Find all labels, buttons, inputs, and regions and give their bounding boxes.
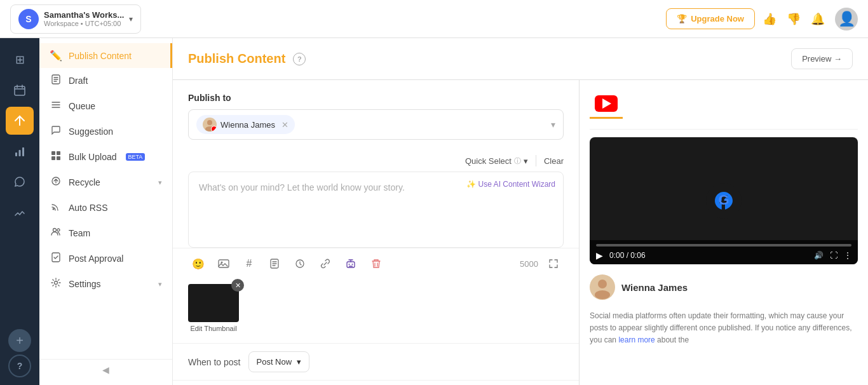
delete-button[interactable] (366, 253, 386, 274)
sidebar-icon-analytics[interactable] (6, 137, 34, 165)
rss-icon (50, 201, 62, 214)
sidebar-icon-calendar[interactable] (6, 76, 34, 104)
volume-icon[interactable]: 🔊 (814, 251, 824, 260)
nav-label-recycle: Recycle (69, 177, 100, 187)
emoji-button[interactable]: 🙂 (188, 253, 208, 274)
text-area-section: What's on your mind? Let the world know … (173, 172, 579, 248)
account-chip: Wienna James ✕ (196, 115, 295, 134)
sidebar-icon-dashboard[interactable]: ⊞ (6, 46, 34, 74)
user-avatar[interactable]: 👤 (835, 8, 858, 30)
chip-remove-icon[interactable]: ✕ (281, 120, 288, 130)
svg-point-21 (349, 264, 350, 265)
nav-item-settings[interactable]: Settings ▾ (39, 271, 172, 297)
workspace-selector[interactable]: S Samantha's Works... Workspace • UTC+05… (10, 4, 141, 34)
link-button[interactable] (315, 253, 336, 274)
workspace-name: Samantha's Works... (44, 10, 124, 20)
thumbnail-section: ✕ Edit Thumbnail (173, 279, 579, 343)
nav-item-publish-content[interactable]: ✏️ Publish Content (39, 43, 172, 68)
clock-button[interactable] (290, 253, 310, 274)
sidebar-help-button[interactable]: ? (8, 355, 31, 377)
quick-select-info-icon: ⓘ (514, 156, 521, 166)
svg-point-11 (57, 229, 60, 231)
preview-label: Preview → (802, 54, 842, 64)
nav-item-suggestion[interactable]: Suggestion (39, 119, 172, 144)
clear-button[interactable]: Clear (544, 156, 564, 166)
nav-item-queue[interactable]: Queue (39, 93, 172, 119)
editor-toolbar: 🙂 # (173, 248, 579, 279)
play-button[interactable]: ▶ (596, 250, 603, 260)
edit-thumbnail-button[interactable]: Edit Thumbnail (188, 325, 239, 332)
svg-rect-12 (52, 253, 60, 262)
nav-label-queue: Queue (69, 101, 95, 111)
youtube-tab[interactable] (590, 90, 623, 119)
nav-label-auto-rss: Auto RSS (69, 203, 107, 213)
sidebar-add-button[interactable]: + (8, 329, 31, 352)
upgrade-button[interactable]: 🏆 Upgrade Now (666, 8, 755, 29)
learn-more-link[interactable]: learn more (618, 335, 654, 344)
nav-label-bulk-upload: Bulk Upload (69, 152, 117, 162)
hashtag-button[interactable]: # (239, 253, 259, 274)
document-button[interactable] (264, 253, 285, 274)
svg-point-26 (598, 280, 607, 288)
quick-select-button[interactable]: Quick Select ⓘ ▾ (465, 156, 528, 166)
image-button[interactable] (214, 253, 234, 274)
content-area: Publish Content ? Preview → Publish to (173, 38, 868, 385)
svg-rect-8 (57, 156, 60, 160)
post-now-option: Post Now (257, 357, 292, 367)
topbar-action-icons: 👍 👎 🔔 👤 (763, 8, 858, 30)
ai-wizard-button[interactable]: ✨ Use AI Content Wizard (466, 180, 555, 189)
sidebar-icon-reports[interactable] (6, 198, 34, 226)
svg-rect-6 (57, 151, 60, 155)
nav-collapse-button[interactable]: ◀ (39, 359, 172, 380)
sidebar-icon-publish[interactable] (6, 107, 34, 135)
svg-point-17 (221, 262, 223, 264)
content-editor[interactable]: What's on your mind? Let the world know … (188, 172, 564, 248)
trophy-icon: 🏆 (677, 14, 687, 24)
left-nav: ✏️ Publish Content Draft Queue Suggestio… (39, 38, 173, 385)
when-to-post-label: When to post (188, 357, 241, 367)
right-panel: G ▶ 0:00 / 0:06 🔊 ⛶ ⋮ (580, 80, 868, 385)
beta-badge: BETA (126, 153, 146, 161)
thumbs-down-icon[interactable]: 👎 (787, 12, 801, 26)
suggestion-icon (50, 125, 62, 138)
thumbs-up-icon[interactable]: 👍 (763, 12, 776, 26)
thumbnail-image (188, 284, 239, 322)
svg-point-13 (55, 281, 58, 285)
google-logo-icon: G (706, 183, 742, 219)
publish-to-label: Publish to (188, 93, 564, 103)
more-options-icon[interactable]: ⋮ (844, 251, 851, 260)
nav-item-post-approval[interactable]: Post Approval (39, 246, 172, 271)
disclaimer-text: Social media platforms often update thei… (590, 310, 858, 347)
divider (536, 155, 536, 166)
thumbnail-remove-button[interactable]: ✕ (231, 279, 244, 292)
page-header: Publish Content ? Preview → (173, 38, 868, 80)
bell-icon[interactable]: 🔔 (811, 12, 825, 26)
nav-item-auto-rss[interactable]: Auto RSS (39, 195, 172, 220)
robot-button[interactable] (341, 253, 361, 274)
post-now-select[interactable]: Post Now ▾ (248, 351, 310, 372)
publish-to-chevron-icon: ▾ (551, 119, 555, 130)
publish-to-field[interactable]: Wienna James ✕ ▾ (188, 109, 564, 140)
nav-item-bulk-upload[interactable]: Bulk Upload BETA (39, 144, 172, 170)
sidebar-icon-engage[interactable] (6, 168, 34, 196)
nav-label-suggestion: Suggestion (69, 126, 113, 137)
fullscreen-icon[interactable]: ⛶ (830, 251, 837, 260)
settings-icon (50, 278, 62, 290)
nav-item-team[interactable]: Team (39, 220, 172, 246)
svg-rect-2 (19, 150, 21, 156)
queue-icon (50, 100, 62, 112)
nav-label-team: Team (69, 228, 90, 238)
thumbnail-wrapper: ✕ Edit Thumbnail (188, 284, 239, 332)
workspace-sub: Workspace • UTC+05:00 (44, 20, 124, 27)
nav-item-recycle[interactable]: Recycle ▾ (39, 170, 172, 195)
help-icon[interactable]: ? (293, 53, 306, 65)
nav-item-draft[interactable]: Draft (39, 68, 172, 93)
nav-label-publish-content: Publish Content (69, 51, 132, 61)
nav-label-draft: Draft (69, 76, 88, 86)
preview-button[interactable]: Preview → (791, 48, 853, 69)
when-to-post-section: When to post Post Now ▾ (173, 343, 579, 380)
expand-button[interactable] (543, 253, 564, 274)
progress-bar[interactable] (596, 244, 851, 247)
workspace-chevron-icon: ▾ (129, 15, 133, 24)
svg-rect-0 (15, 86, 25, 95)
